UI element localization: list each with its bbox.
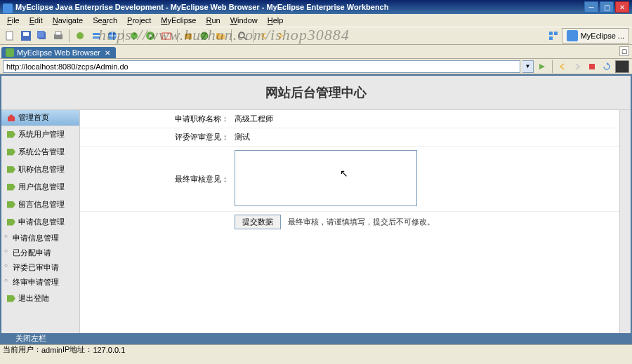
nav-application[interactable]: 申请信息管理 — [1, 213, 79, 231]
svg-rect-14 — [185, 34, 192, 39]
nav-home[interactable]: 管理首页 — [1, 110, 79, 126]
nav-system-user[interactable]: 系统用户管理 — [1, 126, 79, 143]
svg-rect-13 — [162, 33, 171, 39]
svg-point-15 — [201, 32, 208, 39]
refresh-icon[interactable] — [600, 60, 613, 73]
review-label: 评委评审意见： — [80, 130, 235, 144]
statusbar: 当前用户： admin IP地址： 127.0.0.1 — [0, 344, 632, 354]
perspective-label: MyEclipse ... — [581, 32, 624, 40]
go-icon[interactable] — [536, 60, 548, 73]
window-title: MyEclipse Java Enterprise Development - … — [3, 3, 584, 11]
nav-user-info[interactable]: 用户信息管理 — [1, 178, 79, 196]
editor-tabbar: MyEclipse Web Browser ✕ ▢ — [0, 45, 632, 59]
external-icon[interactable] — [159, 29, 173, 43]
print-icon[interactable] — [51, 29, 65, 43]
svg-rect-9 — [93, 36, 100, 39]
toolbar-separator-2 — [123, 29, 124, 42]
menu-run[interactable]: Run — [202, 15, 224, 25]
svg-point-16 — [239, 32, 244, 38]
nav-title-info[interactable]: 职称信息管理 — [1, 161, 79, 178]
submit-button[interactable]: 提交数据 — [235, 215, 281, 229]
menu-navigate[interactable]: Navigate — [48, 15, 87, 25]
sub-final[interactable]: 终审申请管理 — [1, 275, 79, 290]
tab-label: MyEclipse Web Browser — [17, 48, 100, 57]
final-opinion-textarea[interactable] — [235, 150, 417, 206]
toolbar: https://www.huzhan.com/ishop30884 MyEcli… — [0, 27, 632, 45]
back-icon[interactable] — [556, 60, 569, 73]
svg-rect-0 — [6, 32, 13, 40]
menu-search[interactable]: Search — [88, 15, 121, 25]
admin-sidebar: 管理首页 系统用户管理 系统公告管理 职称信息管理 用户信息管理 留言信息管理 … — [1, 110, 80, 333]
webpage: 网站后台管理中心 管理首页 系统用户管理 系统公告管理 职称信息管理 用户信息管… — [1, 76, 631, 343]
save-all-icon[interactable] — [35, 29, 49, 43]
minimize-button[interactable]: ─ — [584, 1, 598, 13]
open-perspective-icon[interactable] — [546, 29, 560, 43]
window-titlebar: MyEclipse Java Enterprise Development - … — [0, 0, 632, 14]
new-package-icon[interactable] — [181, 29, 195, 43]
main-panel: 申请职称名称： 高级工程师 评委评审意见： 测试 最终审核意见： 提交数据 最终… — [80, 110, 619, 333]
menubar: File Edit Navigate Search Project MyEcli… — [0, 14, 632, 27]
url-input[interactable] — [3, 60, 520, 73]
svg-rect-8 — [93, 33, 100, 35]
sub-reviewed[interactable]: 评委已审申请 — [1, 260, 79, 275]
nav-message[interactable]: 留言信息管理 — [1, 196, 79, 213]
nav-logout[interactable]: 退出登陆 — [1, 290, 79, 307]
new-class-icon[interactable] — [197, 29, 211, 43]
browser-addressbar: ▼ — [0, 59, 632, 74]
new-folder-icon[interactable] — [213, 29, 228, 43]
nav-notice[interactable]: 系统公告管理 — [1, 143, 79, 161]
maximize-button[interactable]: ▢ — [600, 1, 614, 13]
menu-project[interactable]: Project — [123, 15, 155, 25]
menu-edit[interactable]: Edit — [25, 15, 47, 25]
title-value: 高级工程师 — [235, 112, 619, 126]
svg-rect-6 — [55, 32, 61, 35]
svg-rect-19 — [554, 32, 558, 35]
tab-web-browser[interactable]: MyEclipse Web Browser ✕ — [1, 47, 116, 58]
menu-help[interactable]: Help — [263, 15, 288, 25]
menu-myeclipse[interactable]: MyEclipse — [157, 15, 200, 25]
forward-icon[interactable] — [571, 60, 584, 73]
home-icon — [7, 114, 15, 122]
perspective-myeclipse[interactable]: MyEclipse ... — [562, 28, 629, 43]
menu-file[interactable]: File — [3, 15, 24, 25]
back-nav-icon[interactable] — [257, 29, 271, 43]
content-area: 网站后台管理中心 管理首页 系统用户管理 系统公告管理 职称信息管理 用户信息管… — [0, 74, 632, 344]
save-icon[interactable] — [19, 29, 33, 43]
maximize-editor-icon[interactable]: ▢ — [619, 46, 629, 56]
page-body: 管理首页 系统用户管理 系统公告管理 职称信息管理 用户信息管理 留言信息管理 … — [1, 110, 631, 333]
stop-icon[interactable] — [586, 60, 598, 73]
status-ip: 127.0.0.1 — [93, 346, 125, 354]
page-footer: 关闭左栏 — [1, 333, 631, 343]
browser-icon[interactable] — [105, 29, 119, 43]
title-label: 申请职称名称： — [80, 112, 235, 126]
status-user-label: 当前用户： — [3, 344, 41, 354]
svg-rect-18 — [549, 32, 553, 35]
run-icon[interactable] — [143, 29, 157, 43]
status-user: admin — [41, 346, 62, 354]
debug-icon[interactable] — [127, 29, 141, 43]
svg-rect-20 — [549, 36, 553, 40]
server-icon[interactable] — [89, 29, 103, 43]
toolbar-separator-5 — [253, 29, 254, 42]
vertical-scrollbar[interactable] — [619, 110, 631, 333]
sub-assigned[interactable]: 已分配申请 — [1, 245, 79, 260]
submit-note: 最终审核，请谨慎填写，提交后不可修改。 — [288, 217, 435, 227]
sub-application-manage[interactable]: 申请信息管理 — [1, 231, 79, 245]
forward-nav-icon[interactable] — [273, 29, 287, 43]
close-button[interactable]: ✕ — [615, 1, 629, 13]
svg-point-7 — [77, 32, 84, 39]
tab-close-icon[interactable]: ✕ — [103, 48, 112, 57]
search-icon[interactable] — [235, 29, 249, 43]
perspective-switcher: MyEclipse ... — [546, 28, 629, 43]
menu-window[interactable]: Window — [226, 15, 262, 25]
myeclipse-icon — [567, 30, 578, 41]
url-dropdown-icon[interactable]: ▼ — [522, 60, 534, 73]
collapse-sidebar-link[interactable]: 关闭左栏 — [15, 333, 46, 344]
toolbar-separator — [69, 29, 70, 42]
deploy-icon[interactable] — [73, 29, 87, 43]
browser-tab-icon — [6, 48, 14, 57]
svg-line-17 — [244, 37, 246, 40]
final-label: 最终审核意见： — [80, 172, 235, 187]
new-icon[interactable] — [3, 29, 17, 43]
bookmark-icon[interactable] — [615, 60, 629, 73]
